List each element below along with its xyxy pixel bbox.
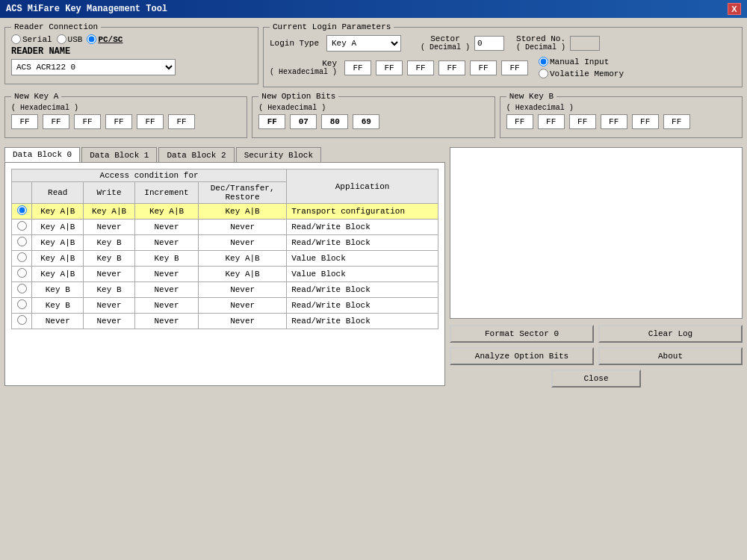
new-key-a-input-4[interactable] <box>137 114 164 129</box>
new-key-a-sublabel: ( Hexadecimal ) <box>11 104 78 112</box>
clear-log-button[interactable]: Clear Log <box>598 325 743 343</box>
new-key-b-fieldset: New Key B ( Hexadecimal ) <box>500 92 743 138</box>
cell-app-6: Read/Write Block <box>287 298 438 314</box>
login-type-select[interactable]: Key A Key B <box>326 35 401 52</box>
cell-app-3: Value Block <box>287 251 438 267</box>
new-option-bits-sublabel: ( Hexadecimal ) <box>258 104 326 112</box>
new-key-b-input-0[interactable] <box>506 114 533 129</box>
pcsc-label: PC/SC <box>98 35 123 44</box>
volatile-memory-radio[interactable] <box>539 69 548 78</box>
key-input-0[interactable] <box>344 60 371 75</box>
tab-data-block-2[interactable]: Data Block 2 <box>158 147 234 162</box>
usb-radio-label[interactable]: USB <box>57 34 83 44</box>
col-header-write: Write <box>84 182 135 204</box>
close-window-button[interactable]: X <box>728 3 741 15</box>
new-option-bits-input-0[interactable] <box>258 114 285 129</box>
cell-write-7: Never <box>84 314 135 329</box>
cell-read-4: Key A|B <box>32 267 84 282</box>
key-input-3[interactable] <box>438 60 465 75</box>
access-row-radio-6[interactable] <box>17 299 27 309</box>
tab-data-block-0[interactable]: Data Block 0 <box>4 147 80 162</box>
new-option-bits-input-1[interactable] <box>290 114 317 129</box>
access-condition-header: Access condition for <box>12 169 287 182</box>
cell-increment-4: Never <box>134 267 198 282</box>
analyze-option-bits-button[interactable]: Analyze Option Bits <box>450 347 594 365</box>
access-row-radio-4[interactable] <box>17 268 27 278</box>
cell-app-7: Read/Write Block <box>287 314 438 329</box>
new-key-b-input-4[interactable] <box>632 114 659 129</box>
access-row-radio-1[interactable] <box>17 221 27 231</box>
volatile-memory-radio-label[interactable]: Volatile Memory <box>539 69 624 78</box>
format-sector-button[interactable]: Format Sector 0 <box>450 325 594 343</box>
key-input-4[interactable] <box>470 60 497 75</box>
manual-input-radio-label[interactable]: Manual Input <box>539 57 624 66</box>
tab-content: Access condition for Application Read Wr… <box>4 162 445 386</box>
new-key-b-input-5[interactable] <box>663 114 690 129</box>
cell-dec-4: Key A|B <box>199 267 287 282</box>
usb-radio[interactable] <box>57 34 66 44</box>
cell-increment-2: Never <box>134 235 198 251</box>
new-key-a-input-0[interactable] <box>11 114 38 129</box>
manual-input-radio[interactable] <box>539 57 548 66</box>
new-key-b-legend: New Key B <box>506 92 557 101</box>
cell-read-7: Never <box>32 314 84 329</box>
access-row-radio-7[interactable] <box>17 315 27 325</box>
new-option-bits-input-2[interactable] <box>321 114 348 129</box>
cell-dec-1: Never <box>199 220 287 235</box>
access-row-radio-0[interactable] <box>17 205 27 215</box>
access-row-radio-2[interactable] <box>17 237 27 246</box>
cell-app-1: Read/Write Block <box>287 220 438 235</box>
log-textarea[interactable] <box>450 147 743 319</box>
key-input-1[interactable] <box>376 60 403 75</box>
cell-dec-3: Key A|B <box>199 251 287 267</box>
cell-read-5: Key B <box>32 282 84 298</box>
new-option-bits-input-3[interactable] <box>353 114 379 129</box>
sector-sublabel: ( Decimal ) <box>421 43 470 52</box>
cell-dec-6: Never <box>199 298 287 314</box>
cell-read-2: Key A|B <box>32 235 84 251</box>
cell-write-6: Never <box>84 298 135 314</box>
reader-connection-fieldset: Reader Connection Serial USB PC/SC <box>4 22 258 84</box>
new-key-a-input-5[interactable] <box>168 114 195 129</box>
key-input-2[interactable] <box>407 60 434 75</box>
new-key-b-input-2[interactable] <box>569 114 596 129</box>
pcsc-radio[interactable] <box>87 34 96 44</box>
cell-write-4: Never <box>84 267 135 282</box>
col-header-increment: Increment <box>134 182 198 204</box>
new-key-a-input-1[interactable] <box>43 114 69 129</box>
reader-connection-legend: Reader Connection <box>11 22 101 31</box>
col-header-dec: Dec/Transfer,Restore <box>199 182 287 204</box>
cell-increment-0: Key A|B <box>134 204 198 220</box>
stored-no-sublabel: ( Decimal ) <box>516 43 565 52</box>
close-button[interactable]: Close <box>551 370 641 388</box>
cell-write-2: Key B <box>84 235 135 251</box>
reader-name-label: READER NAME <box>11 46 70 57</box>
pcsc-radio-label[interactable]: PC/SC <box>87 34 123 44</box>
new-key-b-input-3[interactable] <box>601 114 627 129</box>
serial-radio-label[interactable]: Serial <box>11 34 52 44</box>
new-key-b-input-1[interactable] <box>538 114 565 129</box>
cell-dec-7: Never <box>199 314 287 329</box>
sector-input[interactable] <box>474 36 504 51</box>
reader-name-select[interactable]: ACS ACR122 0 <box>11 59 176 75</box>
new-key-a-input-2[interactable] <box>74 114 101 129</box>
new-option-bits-legend: New Option Bits <box>258 92 338 101</box>
stored-no-input[interactable] <box>570 36 600 51</box>
about-button[interactable]: About <box>598 347 743 365</box>
access-table: Access condition for Application Read Wr… <box>11 169 438 329</box>
new-key-a-input-3[interactable] <box>105 114 132 129</box>
new-option-bits-fieldset: New Option Bits ( Hexadecimal ) <box>252 92 495 138</box>
cell-write-3: Key B <box>84 251 135 267</box>
serial-radio[interactable] <box>11 34 21 44</box>
login-type-label: Login Type <box>270 39 319 48</box>
cell-dec-5: Never <box>199 282 287 298</box>
tab-data-block-1[interactable]: Data Block 1 <box>81 147 157 162</box>
access-row-radio-3[interactable] <box>17 252 27 262</box>
access-row-radio-5[interactable] <box>17 284 27 293</box>
cell-increment-5: Never <box>134 282 198 298</box>
tab-security-block[interactable]: Security Block <box>236 147 321 162</box>
key-input-5[interactable] <box>501 60 528 75</box>
cell-increment-1: Never <box>134 220 198 235</box>
cell-increment-6: Never <box>134 298 198 314</box>
cell-app-4: Value Block <box>287 267 438 282</box>
